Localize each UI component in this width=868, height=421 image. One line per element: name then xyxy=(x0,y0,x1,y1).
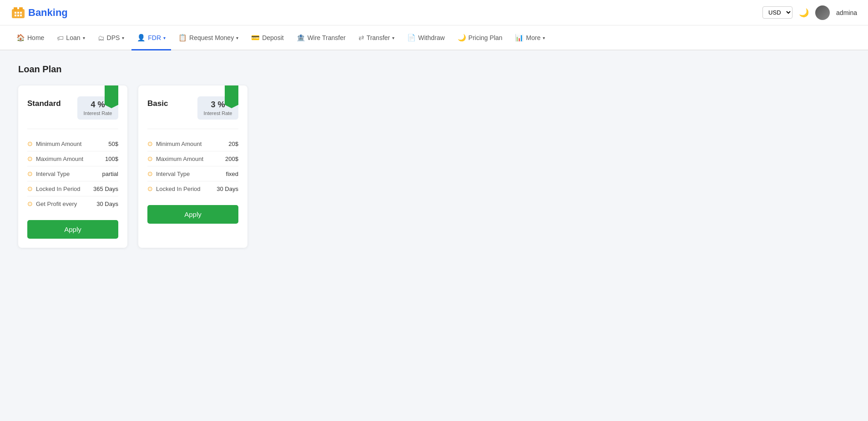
feature-locked-period-basic: ⊙ Locked In Period 30 Days xyxy=(147,181,238,196)
dps-icon: 🗂 xyxy=(98,34,105,42)
check-icon-interval-type-basic: ⊙ xyxy=(147,170,153,177)
more-icon: 📊 xyxy=(515,34,524,42)
loan-icon: 🏷 xyxy=(57,34,64,42)
check-icon-interval-type-standard: ⊙ xyxy=(27,170,33,177)
feature-locked-period-standard: ⊙ Locked In Period 365 Days xyxy=(27,181,118,196)
feature-value-max-amount-basic: 200$ xyxy=(225,155,238,162)
header: Banking USD EUR GBP 🌙 admina xyxy=(0,0,868,25)
avatar-image xyxy=(815,5,830,20)
apply-button-standard[interactable]: Apply xyxy=(27,220,118,239)
feature-label-interval-type-basic: ⊙ Interval Type xyxy=(147,170,190,177)
nav-label-request-money: Request Money xyxy=(189,34,234,41)
svg-rect-2 xyxy=(19,7,23,11)
feature-label-text-max-amount-basic: Maximum Amount xyxy=(156,155,203,162)
ribbon-shape-standard xyxy=(105,85,118,108)
nav-item-deposit[interactable]: 💳 Deposit xyxy=(246,25,289,50)
nav-item-wire-transfer[interactable]: 🏦 Wire Transfer xyxy=(291,25,351,50)
nav-item-home[interactable]: 🏠 Home xyxy=(11,25,50,50)
interest-rate-label-standard: Interest Rate xyxy=(83,110,113,116)
feature-value-interval-type-basic: fixed xyxy=(226,170,238,177)
divider-basic xyxy=(147,129,238,129)
nav-label-fdr: FDR xyxy=(148,34,161,41)
nav-item-request-money[interactable]: 📋 Request Money ▾ xyxy=(173,25,244,50)
transfer-dropdown-arrow: ▾ xyxy=(392,35,394,40)
nav-item-pricing-plan[interactable]: 🌙 Pricing Plan xyxy=(452,25,508,50)
currency-select[interactable]: USD EUR GBP xyxy=(762,6,792,19)
check-icon-locked-period-basic: ⊙ xyxy=(147,185,153,192)
pricing-plan-icon: 🌙 xyxy=(458,34,466,42)
nav-label-loan: Loan xyxy=(66,34,80,41)
feature-value-locked-period-standard: 365 Days xyxy=(93,185,118,192)
home-icon: 🏠 xyxy=(16,34,25,42)
feature-label-text-profit-every-standard: Get Profit every xyxy=(36,200,77,207)
svg-rect-3 xyxy=(15,12,16,14)
check-icon-min-amount-basic: ⊙ xyxy=(147,140,153,147)
page-content: Loan Plan Standard 4 % Interest Rate xyxy=(0,50,868,261)
plan-card-standard: Standard 4 % Interest Rate ⊙ Minimum Amo… xyxy=(18,85,127,248)
nav-item-dps[interactable]: 🗂 DPS ▾ xyxy=(92,26,130,50)
feature-value-min-amount-standard: 50$ xyxy=(108,140,118,147)
feature-value-locked-period-basic: 30 Days xyxy=(217,185,238,192)
nav-label-more: More xyxy=(526,34,540,41)
admin-name: admina xyxy=(836,9,857,16)
loan-dropdown-arrow: ▾ xyxy=(83,35,85,40)
deposit-icon: 💳 xyxy=(251,34,260,42)
nav-label-pricing-plan: Pricing Plan xyxy=(469,34,503,41)
nav-label-deposit: Deposit xyxy=(262,34,283,41)
app-name: Banking xyxy=(28,7,68,19)
ribbon-shape-basic xyxy=(225,85,238,108)
check-icon-locked-period-standard: ⊙ xyxy=(27,185,33,192)
nav-item-withdraw[interactable]: 📄 Withdraw xyxy=(402,25,450,50)
feature-value-interval-type-standard: partial xyxy=(102,170,118,177)
page-title: Loan Plan xyxy=(18,64,850,75)
feature-value-min-amount-basic: 20$ xyxy=(228,140,238,147)
feature-label-max-amount-standard: ⊙ Maximum Amount xyxy=(27,155,83,162)
plan-name-standard: Standard xyxy=(27,96,61,108)
nav-item-loan[interactable]: 🏷 Loan ▾ xyxy=(51,26,90,50)
navbar: 🏠 Home 🏷 Loan ▾ 🗂 DPS ▾ 👤 FDR ▾ 📋 Reques… xyxy=(0,25,868,50)
svg-rect-7 xyxy=(17,15,19,16)
dark-mode-icon[interactable]: 🌙 xyxy=(799,8,809,18)
nav-item-more[interactable]: 📊 More ▾ xyxy=(510,25,550,50)
feature-label-text-min-amount-basic: Minimum Amount xyxy=(156,140,202,147)
feature-label-min-amount-standard: ⊙ Minimum Amount xyxy=(27,140,81,147)
feature-label-locked-period-standard: ⊙ Locked In Period xyxy=(27,185,81,192)
feature-label-text-interval-type-basic: Interval Type xyxy=(156,170,190,177)
nav-label-wire-transfer: Wire Transfer xyxy=(308,34,346,41)
more-dropdown-arrow: ▾ xyxy=(543,35,545,40)
feature-interval-type-basic: ⊙ Interval Type fixed xyxy=(147,166,238,181)
nav-label-dps: DPS xyxy=(107,34,120,41)
svg-rect-5 xyxy=(20,12,22,14)
feature-value-profit-every-standard: 30 Days xyxy=(96,200,118,207)
feature-profit-every-standard: ⊙ Get Profit every 30 Days xyxy=(27,196,118,211)
svg-rect-1 xyxy=(14,7,17,11)
nav-item-transfer[interactable]: ⇄ Transfer ▾ xyxy=(353,25,400,50)
nav-label-transfer: Transfer xyxy=(367,34,390,41)
feature-label-profit-every-standard: ⊙ Get Profit every xyxy=(27,200,77,207)
feature-label-min-amount-basic: ⊙ Minimum Amount xyxy=(147,140,202,147)
feature-value-max-amount-standard: 100$ xyxy=(105,155,118,162)
app-logo[interactable]: Banking xyxy=(11,5,68,20)
feature-max-amount-basic: ⊙ Maximum Amount 200$ xyxy=(147,151,238,166)
check-icon-min-amount-standard: ⊙ xyxy=(27,140,33,147)
fdr-dropdown-arrow: ▾ xyxy=(163,35,166,40)
nav-item-fdr[interactable]: 👤 FDR ▾ xyxy=(131,25,171,50)
withdraw-icon: 📄 xyxy=(407,34,416,42)
avatar xyxy=(815,5,830,20)
check-icon-profit-every-standard: ⊙ xyxy=(27,200,33,207)
feature-label-text-interval-type-standard: Interval Type xyxy=(36,170,70,177)
divider-standard xyxy=(27,129,118,129)
features-list-standard: ⊙ Minimum Amount 50$ ⊙ Maximum Amount 10… xyxy=(27,136,118,211)
feature-max-amount-standard: ⊙ Maximum Amount 100$ xyxy=(27,151,118,166)
feature-min-amount-basic: ⊙ Minimum Amount 20$ xyxy=(147,136,238,151)
feature-label-max-amount-basic: ⊙ Maximum Amount xyxy=(147,155,203,162)
feature-label-interval-type-standard: ⊙ Interval Type xyxy=(27,170,70,177)
transfer-icon: ⇄ xyxy=(358,34,364,42)
request-money-dropdown-arrow: ▾ xyxy=(236,35,238,40)
feature-label-text-locked-period-standard: Locked In Period xyxy=(36,185,81,192)
apply-button-basic[interactable]: Apply xyxy=(147,205,238,224)
check-icon-max-amount-basic: ⊙ xyxy=(147,155,153,162)
nav-label-home: Home xyxy=(27,34,44,41)
logo-icon xyxy=(11,5,25,20)
svg-rect-8 xyxy=(20,15,22,16)
